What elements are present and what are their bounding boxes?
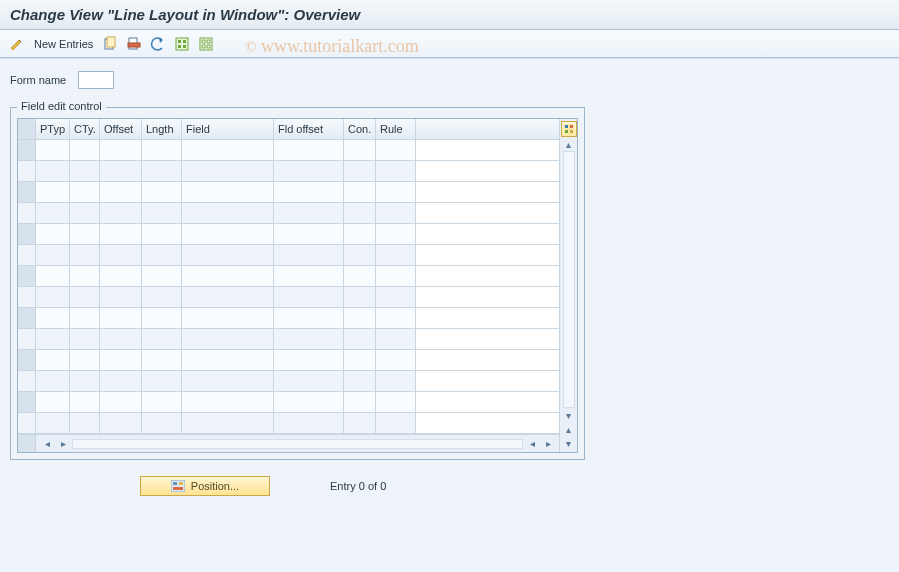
new-entries-button[interactable]: New Entries [32,38,95,50]
cell[interactable] [18,266,36,286]
cell[interactable] [18,203,36,223]
cell[interactable] [182,392,274,412]
col-offset[interactable]: Offset [100,119,142,139]
cell[interactable] [70,287,100,307]
hscroll-left-start-icon[interactable]: ◂ [40,437,54,451]
vscroll-down2-icon[interactable]: ▴ [562,422,576,436]
cell[interactable] [142,371,182,391]
cell[interactable] [18,140,36,160]
cell[interactable] [142,245,182,265]
cell[interactable] [376,140,416,160]
delete-icon[interactable] [125,35,143,53]
cell[interactable] [70,224,100,244]
cell[interactable] [274,392,344,412]
cell[interactable] [344,287,376,307]
cell[interactable] [100,161,142,181]
cell[interactable] [182,161,274,181]
cell[interactable] [18,182,36,202]
cell[interactable] [182,266,274,286]
cell[interactable] [274,245,344,265]
cell[interactable] [142,413,182,433]
table-row[interactable] [18,140,559,161]
undo-icon[interactable] [149,35,167,53]
cell[interactable] [36,245,70,265]
table-row[interactable] [18,203,559,224]
cell[interactable] [36,413,70,433]
col-con[interactable]: Con. [344,119,376,139]
cell[interactable] [182,245,274,265]
cell[interactable] [18,371,36,391]
cell[interactable] [70,392,100,412]
table-row[interactable] [18,371,559,392]
cell[interactable] [274,350,344,370]
cell[interactable] [376,329,416,349]
col-rule[interactable]: Rule [376,119,416,139]
cell[interactable] [70,245,100,265]
col-field[interactable]: Field [182,119,274,139]
cell[interactable] [36,350,70,370]
cell[interactable] [142,308,182,328]
cell[interactable] [100,203,142,223]
vscroll-up-icon[interactable]: ▴ [562,137,576,151]
cell[interactable] [182,413,274,433]
copy-icon[interactable] [101,35,119,53]
cell[interactable] [18,350,36,370]
select-all-icon[interactable] [173,35,191,53]
toggle-edit-icon[interactable] [8,35,26,53]
cell[interactable] [182,308,274,328]
cell[interactable] [18,287,36,307]
cell[interactable] [274,224,344,244]
cell[interactable] [376,266,416,286]
cell[interactable] [376,245,416,265]
cell[interactable] [100,182,142,202]
cell[interactable] [344,308,376,328]
cell[interactable] [344,203,376,223]
vscroll-down-icon[interactable]: ▾ [562,408,576,422]
cell[interactable] [18,392,36,412]
table-row[interactable] [18,266,559,287]
vscroll-down3-icon[interactable]: ▾ [562,436,576,450]
cell[interactable] [100,245,142,265]
table-row[interactable] [18,245,559,266]
cell[interactable] [344,140,376,160]
cell[interactable] [70,329,100,349]
table-row[interactable] [18,182,559,203]
table-row[interactable] [18,224,559,245]
col-ptyp[interactable]: PTyp [36,119,70,139]
cell[interactable] [274,161,344,181]
cell[interactable] [274,329,344,349]
cell[interactable] [36,161,70,181]
position-button[interactable]: Position... [140,476,270,496]
cell[interactable] [182,329,274,349]
cell[interactable] [142,287,182,307]
cell[interactable] [142,203,182,223]
table-row[interactable] [18,161,559,182]
cell[interactable] [70,140,100,160]
table-row[interactable] [18,329,559,350]
cell[interactable] [344,224,376,244]
cell[interactable] [18,161,36,181]
cell[interactable] [18,329,36,349]
cell[interactable] [274,140,344,160]
cell[interactable] [142,350,182,370]
cell[interactable] [100,308,142,328]
cell[interactable] [70,203,100,223]
cell[interactable] [18,224,36,244]
cell[interactable] [36,140,70,160]
col-lngth[interactable]: Lngth [142,119,182,139]
cell[interactable] [70,161,100,181]
cell[interactable] [344,245,376,265]
cell[interactable] [376,224,416,244]
cell[interactable] [182,350,274,370]
cell[interactable] [36,224,70,244]
col-cty[interactable]: CTy. [70,119,100,139]
cell[interactable] [182,203,274,223]
cell[interactable] [274,413,344,433]
col-fld-offset[interactable]: Fld offset [274,119,344,139]
cell[interactable] [274,203,344,223]
cell[interactable] [36,392,70,412]
cell[interactable] [100,329,142,349]
cell[interactable] [70,350,100,370]
table-row[interactable] [18,392,559,413]
cell[interactable] [100,350,142,370]
